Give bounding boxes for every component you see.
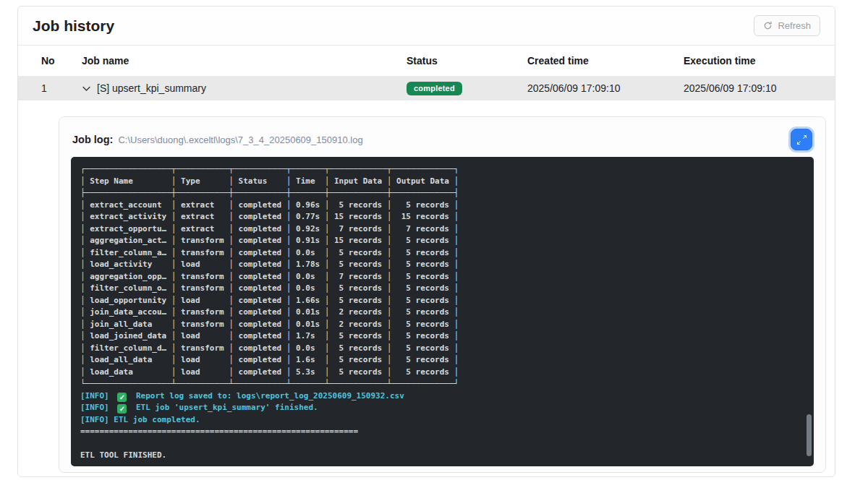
refresh-icon [763,21,773,30]
terminal-line: ┌──────────────────┬───────────┬────────… [80,163,802,176]
status-badge: completed [407,82,462,95]
terminal-info-line: [INFO] ✓ Report log saved to: logs\repor… [80,390,802,403]
table-row[interactable]: 1 [S] upsert_kpi_summary completed 2025/… [18,76,835,100]
page-title: Job history [33,17,114,35]
check-mark-icon: ✓ [117,404,127,414]
terminal-line: │ join_data_accou… │ transform │ complet… [80,307,802,319]
terminal-line: ========================================… [80,426,802,438]
col-created-time: Created time [527,55,684,67]
terminal-line: │ join_all_data │ transform │ completed … [80,319,802,331]
col-job-name: Job name [82,55,407,67]
col-status: Status [407,55,527,67]
terminal-line: │ filter_column_o… │ transform │ complet… [80,283,802,295]
terminal-info-line: [INFO] ETL job completed. [80,414,802,427]
terminal-line: │ aggregation_opp… │ transform │ complet… [80,271,802,283]
job-log-path: C:\Users\duong\.exceltl\logs\7_3_4_20250… [118,134,362,145]
terminal-line: ETL TOOL FINISHED. [80,450,802,462]
job-log-panel: Job log: C:\Users\duong\.exceltl\logs\7_… [59,116,826,473]
card-header: Job history Refresh [18,7,835,46]
terminal-line: │ load_joined_data │ load │ completed │ … [80,330,802,343]
terminal-line: │ extract_activity │ extract │ completed… [80,211,802,223]
terminal-scrollbar[interactable] [807,414,812,456]
terminal-line [80,438,802,450]
terminal-line: │ extract_opportu… │ extract │ completed… [80,223,802,236]
terminal-log[interactable]: ┌──────────────────┬───────────┬────────… [71,157,814,466]
table-header: No Job name Status Created time Executio… [18,46,835,76]
chevron-down-icon[interactable] [82,84,91,93]
job-log-label: Job log: [72,134,113,145]
col-execution-time: Execution time [684,55,823,67]
terminal-line: │ extract_account │ extract │ completed … [80,200,802,212]
expand-arrows-icon [797,135,807,145]
terminal-line: │ load_activity │ load │ completed │ 1.7… [80,259,802,271]
refresh-label: Refresh [778,20,811,31]
job-name: [S] upsert_kpi_summary [97,82,206,94]
created-time: 2025/06/09 17:09:10 [527,82,684,94]
terminal-line: │ filter_column_d… │ transform │ complet… [80,343,802,355]
terminal-line: └──────────────────┴───────────┴────────… [80,378,802,390]
terminal-line: │ load_data │ load │ completed │ 5.3s │ … [80,367,802,379]
terminal-line: │ load_opportunity │ load │ completed │ … [80,295,802,307]
terminal-line: │ aggregation_act… │ transform │ complet… [80,235,802,247]
terminal-content: ┌──────────────────┬───────────┬────────… [80,163,802,462]
refresh-button[interactable]: Refresh [754,15,820,36]
job-history-card: Job history Refresh No Job name Status C… [17,6,835,477]
terminal-line: │ load_all_data │ load │ completed │ 1.6… [80,354,802,367]
terminal-info-line: [INFO] ✓ ETL job 'upsert_kpi_summary' fi… [80,402,802,414]
execution-time: 2025/06/09 17:09:10 [684,82,823,94]
col-no: No [41,55,82,67]
terminal-line: │ filter_column_a… │ transform │ complet… [80,247,802,260]
check-mark-icon: ✓ [117,393,127,402]
expand-log-button[interactable] [791,129,812,150]
row-no: 1 [41,82,82,94]
terminal-line: ├──────────────────┼───────────┼────────… [80,187,802,200]
job-log-header: Job log: C:\Users\duong\.exceltl\logs\7_… [71,129,814,150]
terminal-line: │ Step Name │ Type │ Status │ Time │ Inp… [80,176,802,188]
